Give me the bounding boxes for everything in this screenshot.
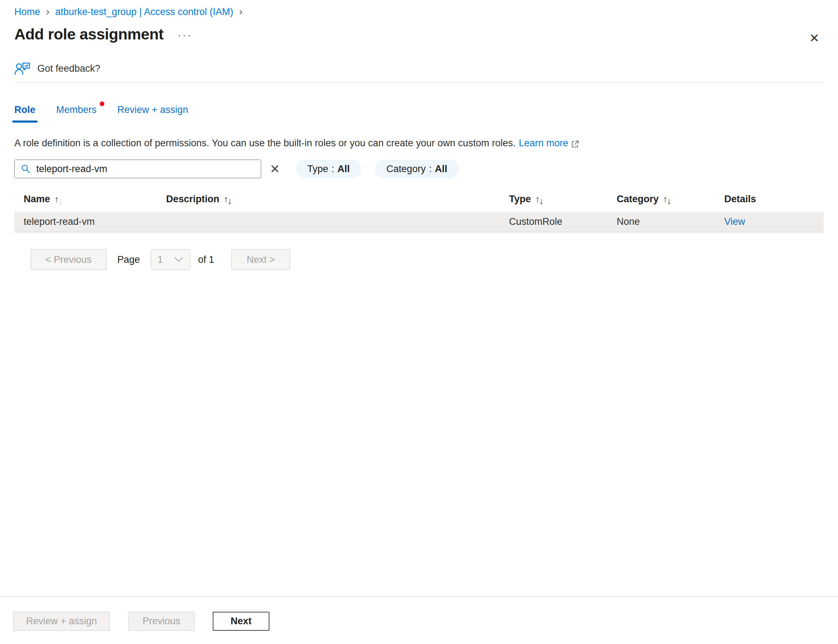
page-select-value: 1: [158, 254, 163, 265]
table-header-row: Name↑↓ Description↑↓ Type↑↓ Category↑↓ D…: [14, 190, 824, 208]
footer-previous-button[interactable]: Previous: [128, 612, 194, 631]
next-page-button[interactable]: Next >: [231, 249, 290, 270]
more-options-button[interactable]: ···: [178, 29, 193, 40]
filter-type-value: All: [338, 164, 350, 175]
tab-review-assign[interactable]: Review + assign: [117, 104, 188, 123]
chevron-right-icon: ›: [233, 6, 248, 17]
tab-review-assign-label: Review + assign: [117, 104, 188, 115]
cell-name: teleport-read-vm: [24, 216, 166, 227]
search-filter-row: ✕ Type : All Category : All: [14, 159, 824, 178]
tab-role[interactable]: Role: [14, 104, 36, 123]
close-icon: ✕: [809, 31, 820, 45]
role-description-text: A role definition is a collection of per…: [14, 138, 515, 149]
tab-role-label: Role: [14, 104, 36, 115]
column-header-category[interactable]: Category↑↓: [617, 194, 724, 205]
chevron-right-icon: ›: [40, 6, 55, 17]
search-input[interactable]: [36, 164, 255, 175]
header-divider: [14, 82, 824, 83]
cell-type: CustomRole: [509, 216, 617, 227]
tab-members[interactable]: Members: [56, 104, 97, 123]
feedback-button[interactable]: Got feedback?: [14, 62, 100, 75]
filter-type-separator: :: [331, 164, 334, 175]
members-alert-dot: [100, 102, 104, 106]
column-category-label: Category: [617, 194, 659, 204]
close-button[interactable]: ✕: [807, 30, 822, 46]
pagination: < Previous Page 1 of 1 Next >: [31, 249, 824, 270]
page-title: Add role assignment: [14, 25, 164, 43]
add-role-assignment-panel: Home › atburke-test_group | Access contr…: [0, 0, 838, 270]
clear-search-button[interactable]: ✕: [270, 163, 280, 175]
filter-category-separator: :: [429, 164, 432, 175]
column-header-name[interactable]: Name↑↓: [24, 194, 166, 205]
review-assign-button[interactable]: Review + assign: [13, 612, 110, 631]
title-row: Add role assignment ···: [14, 25, 824, 43]
search-box: [14, 159, 261, 178]
sort-desc-icon: ↓: [667, 196, 671, 206]
column-header-type[interactable]: Type↑↓: [509, 194, 617, 205]
table-row[interactable]: teleport-read-vm CustomRole None View: [14, 212, 824, 233]
page-select[interactable]: 1: [151, 249, 190, 270]
sort-asc-icon: ↑: [224, 194, 228, 204]
sort-asc-icon: ↑: [535, 194, 539, 204]
page-label: Page: [117, 254, 140, 265]
search-icon: [20, 164, 31, 174]
breadcrumb-link-access-control[interactable]: atburke-test_group | Access control (IAM…: [55, 7, 233, 18]
learn-more-link[interactable]: Learn more: [519, 138, 568, 149]
sort-asc-icon: ↑: [663, 194, 667, 204]
filter-category-value: All: [435, 164, 447, 175]
previous-page-button[interactable]: < Previous: [31, 249, 107, 270]
role-description: A role definition is a collection of per…: [14, 138, 824, 149]
breadcrumb-link-home[interactable]: Home: [14, 7, 40, 18]
tab-members-label: Members: [56, 104, 97, 115]
column-type-label: Type: [509, 194, 531, 204]
column-description-label: Description: [166, 194, 219, 204]
chevron-down-icon: [174, 257, 183, 263]
cell-category: None: [617, 216, 724, 227]
filter-type-label: Type: [308, 164, 329, 175]
tab-bar: Role Members Review + assign: [14, 104, 824, 123]
column-header-description[interactable]: Description↑↓: [166, 194, 509, 205]
filter-category-label: Category: [386, 164, 426, 175]
filter-pill-type[interactable]: Type : All: [296, 159, 362, 178]
view-details-link[interactable]: View: [724, 216, 745, 227]
breadcrumb: Home › atburke-test_group | Access contr…: [14, 0, 824, 18]
column-details-label: Details: [724, 194, 756, 204]
sort-asc-icon: ↑: [54, 194, 58, 204]
roles-table: Name↑↓ Description↑↓ Type↑↓ Category↑↓ D…: [14, 190, 824, 233]
column-name-label: Name: [24, 194, 50, 204]
filter-pill-category[interactable]: Category : All: [375, 159, 459, 178]
sort-desc-icon: ↓: [539, 196, 543, 206]
sort-desc-icon: ↓: [227, 196, 231, 206]
footer-action-bar: Review + assign Previous Next: [0, 596, 838, 644]
external-link-icon: [571, 140, 579, 148]
column-header-details: Details: [724, 194, 824, 205]
feedback-label: Got feedback?: [37, 63, 100, 74]
feedback-icon: [14, 62, 30, 75]
sort-desc-icon: ↓: [58, 196, 62, 206]
page-count-label: of 1: [198, 254, 214, 265]
footer-next-button[interactable]: Next: [213, 612, 269, 631]
